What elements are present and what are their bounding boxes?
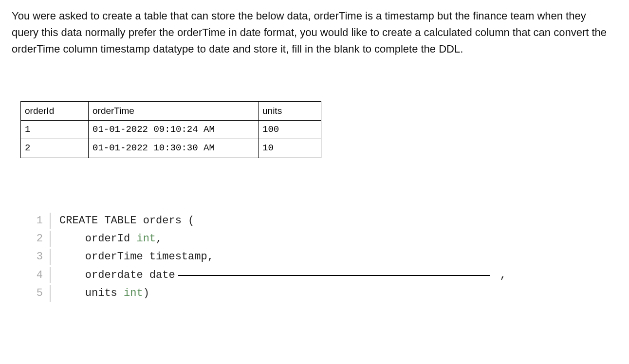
table-row: 1 01-01-2022 09:10:24 AM 100 — [21, 120, 321, 139]
code-type: int — [136, 233, 156, 245]
cell-orderid: 1 — [21, 120, 89, 139]
question-text: You were asked to create a table that ca… — [12, 8, 610, 57]
line-number: 3 — [31, 248, 43, 266]
code-token: ) — [143, 287, 149, 299]
gutter-separator — [50, 267, 51, 283]
cell-orderid: 2 — [21, 139, 89, 158]
code-text: CREATE TABLE orders ( — [59, 212, 194, 230]
cell-ordertime: 01-01-2022 09:10:24 AM — [89, 120, 259, 139]
code-token: CREATE TABLE orders ( — [59, 215, 194, 227]
line-number: 1 — [31, 212, 43, 230]
table-header-row: orderId orderTime units — [21, 102, 321, 120]
code-indent — [59, 251, 85, 263]
code-line-2: 2 orderId int, — [31, 230, 617, 248]
code-line-1: 1 CREATE TABLE orders ( — [31, 212, 617, 230]
code-indent — [59, 233, 85, 245]
line-number: 5 — [31, 284, 43, 302]
code-line-4: 4 orderdate date , — [31, 266, 617, 284]
code-text: orderdate date , — [59, 266, 506, 284]
gutter-separator — [50, 231, 51, 247]
line-number: 2 — [31, 230, 43, 248]
cell-ordertime: 01-01-2022 10:30:30 AM — [89, 139, 259, 158]
ddl-code-block: 1 CREATE TABLE orders ( 2 orderId int, 3… — [31, 212, 617, 303]
gutter-separator — [50, 213, 51, 229]
code-type: date — [149, 269, 175, 281]
cell-units: 100 — [259, 120, 321, 139]
th-orderid: orderId — [21, 102, 89, 120]
th-units: units — [259, 102, 321, 120]
code-text: orderId int, — [59, 230, 162, 248]
code-token: , — [156, 233, 162, 245]
code-text: units int) — [59, 284, 149, 302]
code-token: orderTime — [85, 251, 149, 263]
sample-data-table: orderId orderTime units 1 01-01-2022 09:… — [20, 101, 321, 158]
th-ordertime: orderTime — [89, 102, 259, 120]
code-indent — [59, 287, 85, 299]
table-row: 2 01-01-2022 10:30:30 AM 10 — [21, 139, 321, 158]
gutter-separator — [50, 249, 51, 265]
code-indent — [59, 269, 85, 281]
line-number: 4 — [31, 266, 43, 284]
gutter-separator — [50, 285, 51, 301]
code-token: , — [494, 269, 506, 281]
code-line-3: 3 orderTime timestamp, — [31, 248, 617, 266]
code-token: orderId — [85, 233, 137, 245]
code-token: orderdate — [85, 269, 149, 281]
fill-in-blank[interactable] — [178, 275, 490, 276]
code-type: int — [124, 287, 143, 299]
cell-units: 10 — [259, 139, 321, 158]
code-token: units — [85, 287, 124, 299]
code-token: , — [207, 251, 214, 263]
code-line-5: 5 units int) — [31, 284, 617, 302]
code-type: timestamp — [149, 251, 207, 263]
code-text: orderTime timestamp, — [59, 248, 214, 266]
